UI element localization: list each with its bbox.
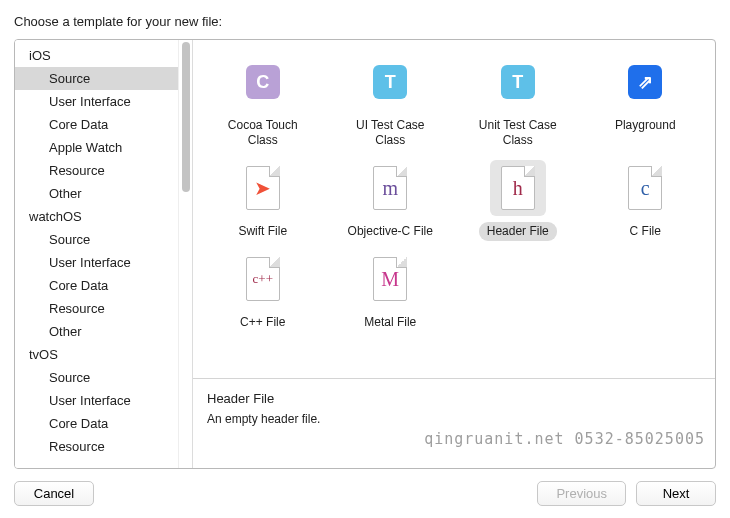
sidebar-item[interactable]: Core Data <box>15 113 178 136</box>
sidebar-category[interactable]: iOS <box>15 44 178 67</box>
unit-test-case-class-icon: T <box>490 54 546 110</box>
sidebar-item[interactable]: Other <box>15 182 178 205</box>
template-label: Cocoa Touch Class <box>208 116 318 150</box>
sidebar-item[interactable]: User Interface <box>15 389 178 412</box>
sidebar-item[interactable]: Core Data <box>15 412 178 435</box>
scrollbar-thumb[interactable] <box>182 42 190 192</box>
template-grid: CCocoa Touch ClassTUI Test Case ClassTUn… <box>193 40 715 378</box>
template-label: Swift File <box>230 222 295 241</box>
sidebar-category[interactable]: watchOS <box>15 205 178 228</box>
template-label: Playground <box>607 116 684 135</box>
sidebar-item[interactable]: Source <box>15 228 178 251</box>
sidebar-item[interactable]: Source <box>15 67 178 90</box>
description-panel: Header File An empty header file. qingru… <box>193 378 715 468</box>
cancel-button[interactable]: Cancel <box>14 481 94 506</box>
template-c-file[interactable]: cC File <box>586 160 706 241</box>
template-label: C++ File <box>232 313 293 332</box>
template-ui-test-case-class[interactable]: TUI Test Case Class <box>331 54 451 150</box>
previous-button[interactable]: Previous <box>537 481 626 506</box>
main-panel: iOSSourceUser InterfaceCore DataApple Wa… <box>14 39 716 469</box>
sidebar-item[interactable]: Resource <box>15 297 178 320</box>
sidebar: iOSSourceUser InterfaceCore DataApple Wa… <box>15 40 193 468</box>
next-button[interactable]: Next <box>636 481 716 506</box>
template-objective-c-file[interactable]: mObjective-C File <box>331 160 451 241</box>
template-cocoa-touch-class[interactable]: CCocoa Touch Class <box>203 54 323 150</box>
dialog-title: Choose a template for your new file: <box>14 14 716 29</box>
sidebar-item[interactable]: Resource <box>15 435 178 458</box>
sidebar-item[interactable]: Other <box>15 320 178 343</box>
template-label: Metal File <box>356 313 424 332</box>
sidebar-category[interactable]: tvOS <box>15 343 178 366</box>
sidebar-item[interactable]: Core Data <box>15 274 178 297</box>
template-label: UI Test Case Class <box>335 116 445 150</box>
objective-c-file-icon: m <box>362 160 418 216</box>
sidebar-list[interactable]: iOSSourceUser InterfaceCore DataApple Wa… <box>15 40 178 468</box>
sidebar-item[interactable]: Source <box>15 366 178 389</box>
metal-file-icon: M <box>362 251 418 307</box>
sidebar-item[interactable]: Resource <box>15 159 178 182</box>
cpp-file-icon: c++ <box>235 251 291 307</box>
sidebar-item[interactable]: User Interface <box>15 251 178 274</box>
template-header-file[interactable]: hHeader File <box>458 160 578 241</box>
description-body: An empty header file. <box>207 412 701 426</box>
sidebar-scrollbar[interactable] <box>178 40 192 468</box>
swift-file-icon: ➤ <box>235 160 291 216</box>
description-title: Header File <box>207 391 701 406</box>
template-label: C File <box>622 222 669 241</box>
template-label: Unit Test Case Class <box>463 116 573 150</box>
watermark: qingruanit.net 0532-85025005 <box>424 430 705 448</box>
c-file-icon: c <box>617 160 673 216</box>
template-swift-file[interactable]: ➤Swift File <box>203 160 323 241</box>
template-label: Objective-C File <box>340 222 441 241</box>
template-playground[interactable]: ⇗Playground <box>586 54 706 150</box>
sidebar-item[interactable]: Apple Watch <box>15 136 178 159</box>
template-cpp-file[interactable]: c++C++ File <box>203 251 323 332</box>
sidebar-item[interactable]: User Interface <box>15 90 178 113</box>
playground-icon: ⇗ <box>617 54 673 110</box>
cocoa-touch-class-icon: C <box>235 54 291 110</box>
template-label: Header File <box>479 222 557 241</box>
content-panel: CCocoa Touch ClassTUI Test Case ClassTUn… <box>193 40 715 468</box>
template-unit-test-case-class[interactable]: TUnit Test Case Class <box>458 54 578 150</box>
footer: Cancel Previous Next <box>14 469 716 506</box>
new-file-dialog: Choose a template for your new file: iOS… <box>0 0 730 518</box>
template-metal-file[interactable]: MMetal File <box>331 251 451 332</box>
ui-test-case-class-icon: T <box>362 54 418 110</box>
header-file-icon: h <box>490 160 546 216</box>
